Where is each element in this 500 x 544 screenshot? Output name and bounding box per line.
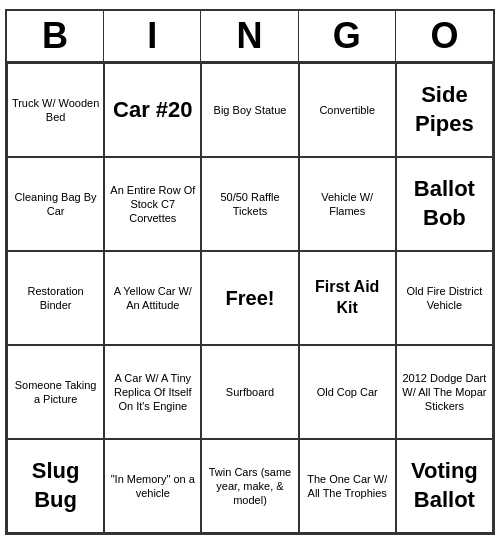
bingo-cell: First Aid Kit	[299, 251, 396, 345]
bingo-cell: The One Car W/ All The Trophies	[299, 439, 396, 533]
bingo-cell: Surfboard	[201, 345, 298, 439]
bingo-letter: I	[104, 11, 201, 61]
bingo-cell: Car #20	[104, 63, 201, 157]
bingo-cell: Old Fire District Vehicle	[396, 251, 493, 345]
bingo-cell: Ballot Bob	[396, 157, 493, 251]
bingo-grid: Truck W/ Wooden BedCar #20Big Boy Statue…	[7, 63, 493, 533]
bingo-letter: B	[7, 11, 104, 61]
bingo-cell: A Car W/ A Tiny Replica Of Itself On It'…	[104, 345, 201, 439]
bingo-cell: A Yellow Car W/ An Attitude	[104, 251, 201, 345]
bingo-cell: An Entire Row Of Stock C7 Corvettes	[104, 157, 201, 251]
bingo-cell: Old Cop Car	[299, 345, 396, 439]
bingo-cell: Convertible	[299, 63, 396, 157]
bingo-cell: Voting Ballot	[396, 439, 493, 533]
bingo-letter: G	[299, 11, 396, 61]
bingo-cell: Truck W/ Wooden Bed	[7, 63, 104, 157]
bingo-cell: Slug Bug	[7, 439, 104, 533]
bingo-cell: "In Memory" on a vehicle	[104, 439, 201, 533]
bingo-cell: 50/50 Raffle Tickets	[201, 157, 298, 251]
bingo-cell: Restoration Binder	[7, 251, 104, 345]
bingo-cell: 2012 Dodge Dart W/ All The Mopar Sticker…	[396, 345, 493, 439]
bingo-card: BINGO Truck W/ Wooden BedCar #20Big Boy …	[5, 9, 495, 535]
bingo-cell: Free!	[201, 251, 298, 345]
bingo-cell: Twin Cars (same year, make, & model)	[201, 439, 298, 533]
bingo-cell: Someone Taking a Picture	[7, 345, 104, 439]
bingo-letter: O	[396, 11, 493, 61]
bingo-cell: Vehicle W/ Flames	[299, 157, 396, 251]
bingo-letter: N	[201, 11, 298, 61]
bingo-header: BINGO	[7, 11, 493, 63]
bingo-cell: Cleaning Bag By Car	[7, 157, 104, 251]
bingo-cell: Side Pipes	[396, 63, 493, 157]
bingo-cell: Big Boy Statue	[201, 63, 298, 157]
